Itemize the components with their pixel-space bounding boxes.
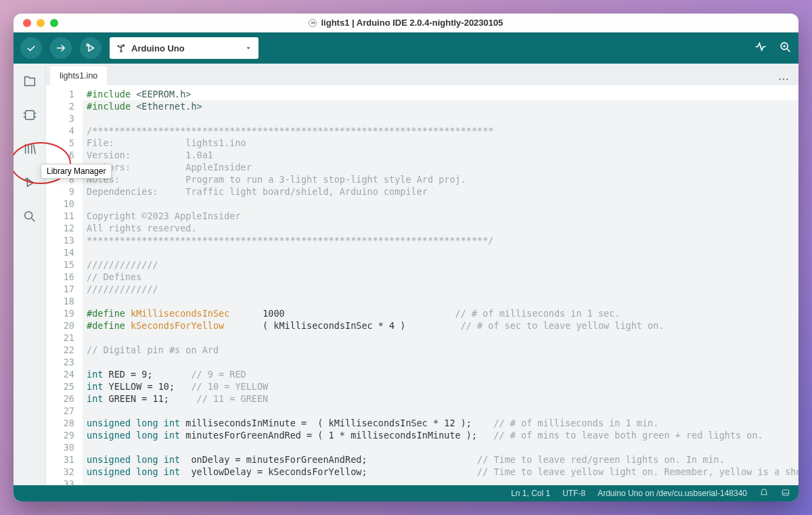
line-number: 9 [46, 185, 74, 198]
code-editor[interactable]: 1234567891011121314151617181920212223242… [46, 85, 798, 485]
line-number: 28 [46, 417, 74, 429]
svg-line-25 [31, 219, 35, 222]
close-panel-icon[interactable] [781, 488, 790, 499]
svg-point-2 [87, 44, 89, 46]
tab-bar: lights1.ino ⋯ [46, 64, 798, 85]
code-line[interactable] [83, 405, 798, 417]
line-number: 17 [46, 283, 74, 295]
serial-monitor-button[interactable] [778, 40, 792, 56]
tooltip-library-manager: Library Manager [41, 164, 112, 179]
tab-overflow-button[interactable]: ⋯ [769, 72, 798, 85]
line-number: 5 [46, 137, 74, 149]
line-number: 29 [46, 429, 74, 441]
code-line[interactable]: Copyright ©2023 AppleInsider [83, 210, 798, 222]
line-number: 26 [46, 393, 74, 405]
board-name: Arduino Uno [131, 43, 185, 53]
usb-icon [116, 43, 126, 53]
line-number: 15 [46, 259, 74, 271]
code-line[interactable]: ///////////// [83, 283, 798, 295]
sidebar-sketchbook[interactable] [20, 72, 39, 91]
line-number: 3 [46, 112, 74, 125]
code-line[interactable]: unsigned long int yellowDelay = kSeconds… [83, 466, 798, 478]
code-line[interactable]: Notes: Program to run a 3-light stop-lig… [83, 173, 798, 185]
code-line[interactable] [83, 112, 798, 125]
code-line[interactable]: File: lights1.ino [83, 137, 798, 149]
window-title: ∞ lights1 | Arduino IDE 2.0.4-nightly-20… [14, 18, 798, 28]
code-line[interactable] [83, 356, 798, 368]
svg-marker-1 [89, 45, 94, 51]
code-line[interactable]: ****************************************… [83, 234, 798, 246]
sidebar-boards-manager[interactable] [20, 106, 39, 125]
toolbar: Arduino Uno [14, 32, 798, 64]
code-line[interactable]: // Defines [83, 271, 798, 283]
board-selector[interactable]: Arduino Uno [110, 37, 258, 59]
code-line[interactable]: #define kMillisecondsInSec 1000 // # of … [83, 307, 798, 319]
sidebar-search[interactable] [20, 207, 39, 226]
window-title-text: lights1 | Arduino IDE 2.0.4-nightly-2023… [321, 18, 503, 28]
status-bar: Ln 1, Col 1 UTF-8 Arduino Uno on /dev/cu… [14, 485, 798, 501]
code-line[interactable] [83, 246, 798, 259]
code-line[interactable]: unsigned long int minutesForGreenAndRed … [83, 429, 798, 441]
code-line[interactable] [83, 295, 798, 307]
svg-line-21 [33, 145, 35, 154]
main-area: lights1.ino ⋯ 12345678910111213141516171… [46, 64, 798, 485]
status-encoding[interactable]: UTF-8 [562, 489, 585, 498]
upload-button[interactable] [50, 37, 72, 59]
line-number: 18 [46, 295, 74, 307]
tab-label: lights1.ino [60, 71, 97, 81]
line-number: 6 [46, 149, 74, 161]
verify-button[interactable] [20, 37, 42, 59]
svg-point-24 [24, 212, 32, 219]
code-line[interactable] [83, 332, 798, 344]
svg-line-11 [787, 49, 790, 51]
code-content[interactable]: #include <EEPROM.h>#include <Ethernet.h>… [83, 85, 798, 485]
notifications-icon[interactable] [759, 488, 769, 499]
code-line[interactable]: Authors: AppleInsider [83, 161, 798, 173]
svg-rect-13 [25, 111, 34, 120]
serial-plotter-button[interactable] [754, 40, 767, 56]
line-number: 22 [46, 344, 74, 356]
line-number: 11 [46, 210, 74, 222]
sidebar-library-manager[interactable] [20, 139, 39, 158]
code-line[interactable]: #include <Ethernet.h> [83, 100, 798, 112]
svg-rect-8 [123, 45, 125, 46]
debug-button[interactable] [80, 37, 102, 59]
code-line[interactable]: #include <EEPROM.h> [87, 88, 798, 100]
tab-active[interactable]: lights1.ino [50, 66, 107, 85]
line-number: 14 [46, 246, 74, 259]
code-line[interactable] [83, 478, 798, 485]
line-number: 23 [46, 356, 74, 368]
line-gutter: 1234567891011121314151617181920212223242… [46, 85, 83, 485]
code-line[interactable]: Dependencies: Traffic light board/shield… [83, 185, 798, 198]
code-line[interactable] [83, 198, 798, 210]
line-number: 19 [46, 307, 74, 319]
code-line[interactable]: unsigned long int millisecondsInMinute =… [83, 417, 798, 429]
code-line[interactable]: int RED = 9; // 9 = RED [83, 368, 798, 380]
line-number: 20 [46, 319, 74, 332]
line-number: 33 [46, 478, 74, 485]
code-line[interactable]: #define kSecondsForYellow ( kMillisecond… [83, 319, 798, 332]
line-number: 13 [46, 234, 74, 246]
code-line[interactable] [83, 441, 798, 453]
line-number: 4 [46, 125, 74, 137]
svg-point-7 [118, 45, 119, 47]
line-number: 2 [46, 100, 74, 112]
app-window: ∞ lights1 | Arduino IDE 2.0.4-nightly-20… [14, 14, 798, 501]
sidebar-debug[interactable] [20, 173, 39, 192]
line-number: 32 [46, 466, 74, 478]
code-line[interactable]: int GREEN = 11; // 11 = GREEN [83, 393, 798, 405]
chevron-down-icon [245, 45, 252, 51]
code-line[interactable]: unsigned long int onDelay = minutesForGr… [83, 453, 798, 466]
code-line[interactable]: // Digital pin #s on Ard [83, 344, 798, 356]
title-bar: ∞ lights1 | Arduino IDE 2.0.4-nightly-20… [14, 14, 798, 32]
code-line[interactable]: All rights reserved. [83, 222, 798, 234]
status-board[interactable]: Arduino Uno on /dev/cu.usbserial-148340 [597, 489, 747, 498]
code-line[interactable]: /***************************************… [83, 125, 798, 137]
code-line[interactable]: Version: 1.0a1 [83, 149, 798, 161]
status-cursor[interactable]: Ln 1, Col 1 [511, 489, 550, 498]
code-line[interactable]: int YELLOW = 10; // 10 = YELLOW [83, 380, 798, 393]
code-line[interactable]: ///////////// [83, 259, 798, 271]
sidebar: Library Manager [14, 64, 46, 485]
line-number: 21 [46, 332, 74, 344]
svg-point-12 [784, 45, 785, 47]
